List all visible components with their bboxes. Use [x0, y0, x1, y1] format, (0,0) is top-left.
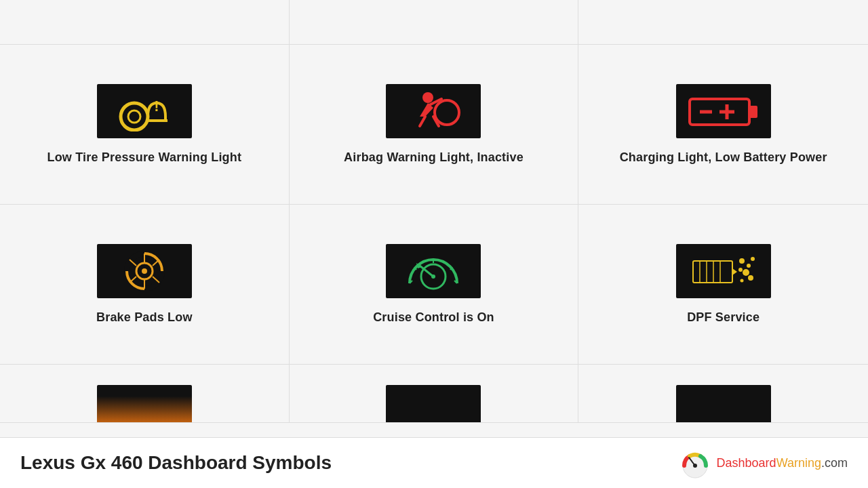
svg-point-43: [748, 275, 753, 281]
tpms-icon: !: [111, 91, 178, 131]
airbag-icon: [399, 91, 467, 131]
tpms-cell: ! Low Tire Pressure Warning Light: [0, 45, 290, 204]
footer-logo: DashboardWarning.com: [679, 447, 848, 479]
svg-point-0: [121, 103, 148, 130]
cruise-icon-box: [386, 244, 481, 298]
brake-icon: [111, 251, 178, 291]
svg-rect-12: [749, 106, 757, 118]
airbag-label: Airbag Warning Light, Inactive: [344, 150, 524, 165]
airbag-icon-box: [386, 84, 481, 138]
svg-text:!: !: [154, 98, 159, 115]
svg-point-10: [435, 100, 459, 125]
svg-rect-33: [693, 261, 732, 283]
battery-cell: Charging Light, Low Battery Power: [578, 45, 868, 204]
svg-point-18: [142, 268, 147, 274]
top-cell-3: [578, 0, 868, 44]
battery-label: Charging Light, Low Battery Power: [620, 150, 827, 165]
logo-text: DashboardWarning.com: [717, 456, 848, 470]
partial-cell-2: [290, 365, 579, 422]
partial-icon-3: [676, 385, 771, 422]
svg-point-39: [747, 264, 751, 268]
tpms-label: Low Tire Pressure Warning Light: [47, 150, 242, 165]
brake-cell: Brake Pads Low: [0, 205, 290, 364]
gauge-logo-icon: [679, 447, 711, 479]
dpf-icon: [686, 251, 761, 291]
partial-icon-2: [386, 385, 481, 422]
top-cell-1: [0, 0, 290, 44]
svg-point-42: [738, 268, 743, 272]
cruise-cell: Cruise Control is On: [290, 205, 579, 364]
partial-icon-1: [97, 385, 192, 422]
svg-point-32: [431, 274, 435, 279]
footer: Lexus Gx 460 Dashboard Symbols Dashboard…: [0, 437, 868, 488]
cruise-icon: [399, 251, 467, 291]
brake-label: Brake Pads Low: [96, 310, 193, 325]
svg-point-6: [422, 92, 433, 103]
dpf-icon-box: [676, 244, 771, 298]
battery-icon: [686, 91, 761, 131]
brake-icon-box: [97, 244, 192, 298]
svg-point-47: [693, 464, 697, 468]
footer-title: Lexus Gx 460 Dashboard Symbols: [20, 452, 332, 474]
partial-cell-3: [578, 365, 868, 422]
svg-line-8: [420, 117, 425, 126]
airbag-cell: Airbag Warning Light, Inactive: [290, 45, 579, 204]
svg-point-1: [128, 110, 140, 123]
svg-point-44: [740, 279, 743, 283]
battery-icon-box: [676, 84, 771, 138]
dpf-label: DPF Service: [687, 310, 760, 325]
svg-point-40: [743, 269, 749, 276]
partial-cell-1: [0, 365, 290, 422]
dpf-cell: DPF Service: [578, 205, 868, 364]
top-cell-2: [290, 0, 579, 44]
svg-point-41: [751, 257, 755, 261]
svg-point-38: [739, 258, 745, 264]
tpms-icon-box: !: [97, 84, 192, 138]
cruise-label: Cruise Control is On: [373, 310, 494, 325]
